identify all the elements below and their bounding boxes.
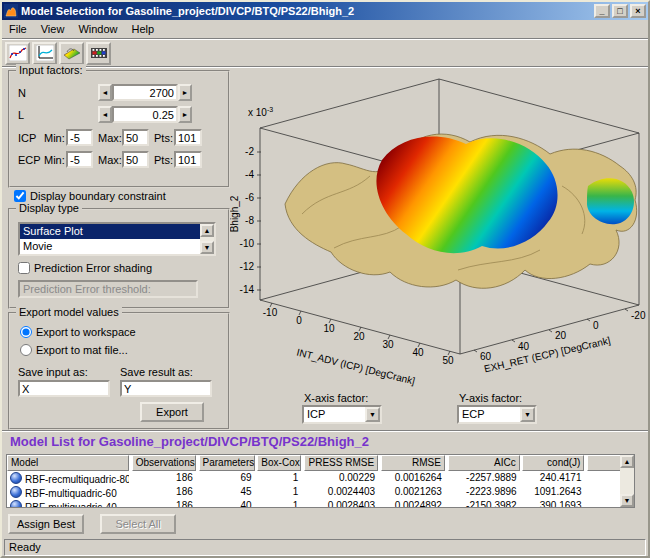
- title-bar[interactable]: Model Selection for Gasoline_project/DIV…: [2, 2, 648, 20]
- boundary-constraint-checkbox[interactable]: [14, 190, 26, 202]
- scroll-down-icon[interactable]: ▼: [200, 241, 214, 254]
- ecp-min-field[interactable]: [66, 151, 93, 168]
- model-icon: [10, 500, 22, 508]
- x-tick: 10: [323, 323, 335, 334]
- line-plot-icon: [36, 45, 54, 61]
- select-all-button[interactable]: Select All: [100, 514, 176, 534]
- z-tick: -12: [240, 261, 255, 272]
- export-button[interactable]: Export: [140, 402, 204, 422]
- column-header-boxcox[interactable]: Box-Cox: [257, 455, 301, 471]
- status-text: Ready: [9, 541, 41, 553]
- x-factor-label: X-axis factor:: [304, 392, 368, 404]
- list-item-movie[interactable]: Movie: [20, 239, 203, 254]
- display-type-legend: Display type: [16, 202, 82, 215]
- l-spin-left-icon[interactable]: ◄: [98, 106, 112, 123]
- ecp-pts-field[interactable]: [174, 151, 202, 168]
- parameters-value: 69: [199, 471, 255, 485]
- scroll-down-icon[interactable]: ▼: [620, 494, 634, 507]
- icp-max-field[interactable]: [122, 129, 149, 146]
- rmse-value: 0.0021263: [381, 485, 445, 499]
- list-item-surface-plot[interactable]: Surface Plot: [20, 224, 203, 239]
- close-button[interactable]: ×: [630, 4, 646, 18]
- scroll-up-icon[interactable]: ▲: [200, 224, 214, 237]
- status-bar: Ready: [4, 539, 646, 556]
- column-header-press-rmse[interactable]: PRESS RMSE: [304, 455, 378, 471]
- response-surface-icon: [63, 45, 81, 61]
- surface-mesh[interactable]: [285, 134, 637, 288]
- surface-plot[interactable]: -2 -4 -6 -8 -10 -12 -14 -10 0 10 20 30 4…: [230, 64, 648, 388]
- export-matfile-label: Export to mat file...: [36, 344, 128, 356]
- table-row[interactable]: RBF-multiquadric-60 186 45 1 0.0024403 0…: [7, 485, 634, 499]
- save-result-label: Save result as:: [120, 366, 193, 378]
- boundary-constraint-label: Display boundary constraint: [30, 190, 166, 202]
- display-type-listbox: Surface Plot Movie ▲ ▼: [18, 222, 216, 256]
- y-axis-label: EXH_RET (ECP) [DegCrank]: [483, 335, 612, 375]
- table-row[interactable]: RBF-recmultiquadric-80 186 69 1 0.00229 …: [7, 471, 634, 485]
- y-tick: 0: [593, 320, 599, 331]
- export-workspace-radio[interactable]: [20, 326, 32, 338]
- y-factor-combo[interactable]: ECP ▼: [457, 405, 537, 424]
- app-icon: [4, 4, 18, 18]
- z-tick: -4: [245, 169, 254, 180]
- chevron-down-icon[interactable]: ▼: [520, 407, 535, 422]
- save-result-field[interactable]: [120, 380, 212, 397]
- column-header-condj[interactable]: cond(J): [522, 455, 584, 471]
- model-name: RBF-multiquadric-40: [25, 502, 117, 508]
- l-spin-right-icon[interactable]: ►: [178, 106, 192, 123]
- prediction-error-shading-checkbox[interactable]: [18, 262, 30, 274]
- column-header-rmse[interactable]: RMSE: [381, 455, 445, 471]
- n-spin-right-icon[interactable]: ►: [178, 84, 192, 101]
- x-tick: -10: [263, 307, 278, 318]
- n-value-field[interactable]: [112, 84, 178, 101]
- toolbar-response-surface-button[interactable]: [59, 42, 84, 65]
- y-tick: 40: [518, 341, 530, 352]
- icp-min-field[interactable]: [66, 129, 93, 146]
- observations-value: 186: [132, 499, 196, 508]
- x-factor-combo[interactable]: ICP ▼: [302, 405, 382, 424]
- toolbar-line-plot-button[interactable]: [32, 42, 57, 65]
- export-matfile-radio[interactable]: [20, 344, 32, 356]
- toolbar-curve-fit-button[interactable]: [5, 42, 30, 65]
- scroll-up-icon[interactable]: ▲: [620, 455, 634, 468]
- menu-help[interactable]: Help: [125, 21, 162, 37]
- ecp-min-label: Min:: [44, 154, 65, 166]
- condj-value: 390.1693: [522, 499, 584, 508]
- x-tick: 0: [296, 315, 302, 326]
- menu-window[interactable]: Window: [71, 21, 124, 37]
- assign-best-button[interactable]: Assign Best: [8, 514, 84, 534]
- y-tick: 60: [480, 351, 492, 362]
- z-tick: -10: [240, 238, 255, 249]
- y-factor-value: ECP: [459, 407, 520, 422]
- export-workspace-row: Export to workspace: [20, 326, 136, 338]
- menu-file[interactable]: File: [2, 21, 34, 37]
- ecp-max-field[interactable]: [122, 151, 149, 168]
- z-axis-ticks: -2 -4 -6 -8 -10 -12 -14: [240, 146, 261, 295]
- press-rmse-value: 0.0024403: [304, 485, 378, 499]
- rmse-value: 0.0016264: [381, 471, 445, 485]
- column-header-observations[interactable]: Observations: [132, 455, 196, 471]
- x-axis-label: INT_ADV (ICP) [DegCrank]: [295, 347, 416, 387]
- listbox-scrollbar[interactable]: ▲ ▼: [200, 224, 214, 254]
- aicc-value: -2150.3982: [448, 499, 520, 508]
- maximize-button[interactable]: □: [612, 4, 628, 18]
- table-scrollbar[interactable]: ▲ ▼: [620, 455, 634, 507]
- input-factors-group: Input factors: N ◄ ► L ◄ ► ICP Min: Max:…: [8, 70, 230, 188]
- ecp-pts-label: Pts:: [154, 154, 173, 166]
- table-row[interactable]: RBF-multiquadric-40 186 40 1 0.0028403 0…: [7, 499, 634, 508]
- column-header-model[interactable]: Model: [7, 455, 129, 471]
- icp-min-label: Min:: [44, 132, 65, 144]
- column-header-parameters[interactable]: Parameters: [199, 455, 255, 471]
- minimize-button[interactable]: _: [594, 4, 610, 18]
- toolbar-movie-button[interactable]: [86, 42, 111, 65]
- icp-pts-field[interactable]: [174, 129, 202, 146]
- factor-icp-label: ICP: [18, 132, 36, 144]
- column-header-aicc[interactable]: AICc: [448, 455, 520, 471]
- save-input-field[interactable]: [18, 380, 110, 397]
- z-tick: -2: [245, 146, 254, 157]
- chevron-down-icon[interactable]: ▼: [365, 407, 380, 422]
- x-tick: 30: [382, 339, 394, 350]
- l-value-field[interactable]: [112, 106, 178, 123]
- menu-view[interactable]: View: [34, 21, 72, 37]
- n-spin-left-icon[interactable]: ◄: [98, 84, 112, 101]
- press-rmse-value: 0.00229: [304, 471, 378, 485]
